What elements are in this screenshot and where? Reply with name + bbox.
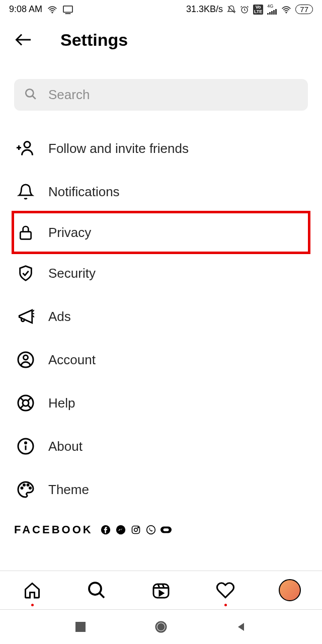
battery-indicator: 77 (295, 5, 313, 14)
menu-item-theme[interactable]: Theme (14, 468, 308, 511)
svg-line-26 (28, 406, 31, 409)
menu-label: Follow and invite friends (48, 141, 189, 156)
svg-point-0 (52, 12, 53, 13)
settings-menu: Follow and invite friends Notifications … (0, 111, 322, 511)
facebook-icon (100, 524, 111, 535)
svg-rect-46 (153, 584, 169, 598)
svg-point-40 (137, 527, 138, 528)
menu-item-notifications[interactable]: Notifications (14, 170, 308, 213)
nav-search[interactable] (85, 578, 109, 602)
sys-nav-back[interactable] (231, 617, 252, 637)
svg-point-12 (26, 89, 33, 97)
alarm-icon (240, 5, 249, 14)
nav-home[interactable] (20, 578, 44, 602)
menu-item-privacy[interactable]: Privacy (12, 211, 310, 254)
menu-label: Theme (48, 482, 89, 498)
menu-item-about[interactable]: About (14, 425, 308, 468)
svg-line-25 (21, 398, 24, 401)
notification-dot (31, 604, 34, 606)
status-left: 9:08 AM (9, 4, 73, 15)
nav-activity[interactable] (213, 578, 237, 602)
facebook-label: FACEBOOK (14, 523, 93, 536)
svg-point-44 (89, 583, 101, 595)
svg-point-22 (24, 355, 28, 360)
notification-dot (224, 604, 227, 606)
svg-rect-1 (63, 6, 72, 12)
svg-line-28 (28, 398, 31, 401)
header: Settings (0, 17, 322, 59)
svg-point-31 (25, 442, 27, 444)
screen-icon (62, 5, 73, 14)
bell-icon (16, 182, 35, 201)
status-time: 9:08 AM (9, 4, 42, 15)
menu-label: About (48, 439, 83, 454)
svg-point-41 (146, 526, 155, 534)
bottom-navigation (0, 571, 322, 610)
palette-icon (16, 480, 35, 499)
svg-rect-7 (271, 11, 273, 15)
nav-reels[interactable] (149, 578, 173, 602)
avatar (279, 579, 301, 601)
sys-nav-home[interactable] (151, 617, 171, 637)
menu-label: Ads (48, 309, 71, 325)
svg-rect-43 (163, 528, 169, 531)
menu-label: Notifications (48, 184, 120, 200)
svg-rect-51 (75, 622, 86, 632)
menu-item-account[interactable]: Account (14, 338, 308, 381)
facebook-section: FACEBOOK (0, 511, 322, 541)
sys-nav-recents[interactable] (70, 617, 91, 637)
oculus-icon (160, 524, 172, 535)
svg-point-14 (24, 142, 30, 148)
user-circle-icon (16, 350, 35, 369)
lock-icon (16, 223, 35, 242)
menu-label: Privacy (48, 225, 91, 240)
svg-line-18 (33, 310, 34, 311)
svg-point-34 (27, 485, 29, 486)
network-speed: 31.3KB/s (186, 4, 223, 15)
lifebuoy-icon (16, 393, 35, 413)
signal-icon: 4G (267, 4, 277, 15)
menu-item-help[interactable]: Help (14, 381, 308, 425)
whatsapp-icon (145, 524, 156, 535)
svg-rect-5 (267, 13, 269, 15)
add-person-icon (16, 139, 35, 158)
svg-rect-8 (273, 10, 275, 15)
nav-profile[interactable] (278, 578, 302, 602)
svg-rect-6 (269, 12, 271, 15)
menu-item-follow[interactable]: Follow and invite friends (14, 127, 308, 170)
menu-label: Help (48, 395, 75, 411)
svg-point-35 (30, 488, 31, 489)
svg-point-53 (158, 624, 164, 630)
menu-label: Security (48, 266, 96, 281)
search-icon (24, 88, 37, 103)
svg-point-39 (134, 528, 137, 532)
page-title: Settings (60, 30, 128, 50)
system-navigation (0, 610, 322, 644)
status-bar: 9:08 AM 31.3KB/s VoLTE 4G 77 (0, 0, 322, 17)
bell-muted-icon (227, 5, 236, 14)
wifi-icon (47, 6, 57, 14)
facebook-app-icons (100, 524, 172, 535)
menu-label: Account (48, 352, 96, 368)
instagram-icon (130, 524, 141, 535)
svg-marker-50 (159, 591, 164, 596)
svg-rect-9 (275, 9, 277, 15)
menu-item-ads[interactable]: Ads (14, 295, 308, 338)
search-bar[interactable] (14, 79, 308, 111)
info-icon (16, 437, 35, 456)
volte-icon: VoLTE (253, 5, 263, 15)
shield-icon (16, 264, 35, 283)
svg-point-32 (21, 488, 23, 489)
svg-rect-17 (20, 232, 31, 239)
back-button[interactable] (13, 30, 33, 50)
menu-item-security[interactable]: Security (14, 252, 308, 295)
svg-point-10 (286, 12, 287, 13)
search-input[interactable] (48, 87, 298, 103)
svg-point-33 (24, 485, 25, 486)
svg-line-45 (100, 593, 104, 598)
svg-line-13 (32, 96, 36, 99)
svg-line-27 (21, 406, 24, 409)
svg-line-20 (33, 316, 34, 317)
wifi-icon-2 (281, 6, 291, 14)
megaphone-icon (16, 307, 35, 326)
